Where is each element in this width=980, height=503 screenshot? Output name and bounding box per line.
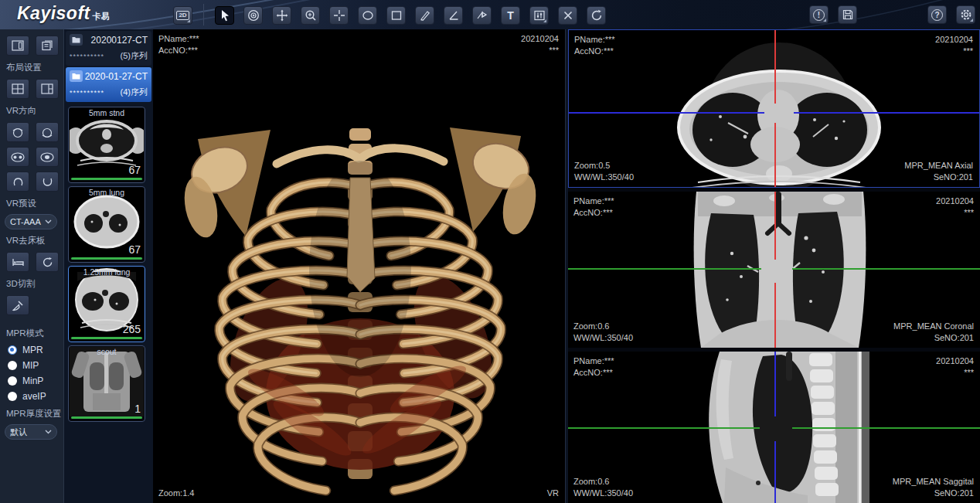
vr-preset-label: VR预设 xyxy=(0,194,63,212)
vr-patient-overlay: PName:*** AccNO:*** xyxy=(158,33,199,56)
layout-split-button[interactable] xyxy=(36,79,59,99)
mpr-mode-option-aveip[interactable]: aveIP xyxy=(0,389,63,404)
vr-bed-removal-label: VR去床板 xyxy=(0,231,63,250)
pan-icon xyxy=(276,9,288,22)
viewport-coronal[interactable]: PName:*** AccNO:*** 20210204 *** Zoom:0.… xyxy=(568,192,980,348)
window-level-button[interactable] xyxy=(529,6,549,25)
series-load-progress xyxy=(71,337,142,339)
axial-patient-overlay: PName:*** AccNO:*** xyxy=(574,34,615,57)
vr-inferior-button[interactable] xyxy=(36,172,59,192)
head-anterior-icon xyxy=(12,127,24,138)
cursor-button[interactable] xyxy=(215,6,234,25)
rect-roi-button[interactable] xyxy=(386,6,406,25)
sagittal-crosshair-vertical[interactable] xyxy=(774,441,776,503)
axial-type-overlay: MPR_MEAN Axial SeNO:201 xyxy=(904,160,973,183)
vr-right-button[interactable] xyxy=(36,147,59,167)
thumbnail-image xyxy=(70,347,144,416)
coronal-crosshair-horizontal[interactable] xyxy=(568,268,761,270)
settings-button[interactable] xyxy=(956,5,975,24)
vr-superior-button[interactable] xyxy=(6,172,29,192)
mpr-thickness-value: 默认 xyxy=(10,427,27,438)
thumbnail-5mm-stnd[interactable]: 5mm stnd 67 xyxy=(68,107,145,183)
export-save-button[interactable] xyxy=(838,5,857,24)
sagittal-type-overlay: MPR_MEAN Saggital SeNO:201 xyxy=(893,476,974,499)
stack-scroll-button[interactable] xyxy=(243,6,263,25)
layout-report-button[interactable] xyxy=(36,36,59,56)
vr-study-overlay: 20210204 *** xyxy=(521,33,559,56)
study-item-2-selected[interactable]: 2020-01-27-CT ********** (4)序列 xyxy=(66,67,151,102)
ellipse-icon xyxy=(362,9,374,22)
cut-3d-label: 3D切割 xyxy=(0,274,63,293)
delete-annotation-button[interactable] xyxy=(558,6,577,25)
coronal-crosshair-vertical[interactable] xyxy=(774,283,776,348)
scalpel-button[interactable] xyxy=(6,295,29,315)
zoom-button[interactable] xyxy=(301,6,320,25)
cobb-angle-button[interactable] xyxy=(472,6,492,25)
info-button[interactable]: ! xyxy=(809,5,829,24)
axial-crosshair-horizontal[interactable] xyxy=(569,112,764,114)
vr-type-overlay: VR xyxy=(547,488,559,499)
vr-zoom-overlay: Zoom:1.4 xyxy=(158,488,194,499)
thumbnail-scout[interactable]: scout 1 xyxy=(68,345,145,422)
pan-button[interactable] xyxy=(272,6,291,25)
vr-direction-label: VR方向 xyxy=(0,101,63,120)
save-icon xyxy=(842,8,854,21)
series-load-progress xyxy=(71,416,142,419)
angle-measure-button[interactable] xyxy=(444,6,463,25)
sagittal-crosshair-horizontal[interactable] xyxy=(792,427,980,429)
mpr-mode-label: MPR模式 xyxy=(0,324,63,342)
cobb-angle-icon xyxy=(476,9,488,22)
mpr-thickness-select[interactable]: 默认 xyxy=(5,424,57,440)
text-annotation-button[interactable]: T xyxy=(501,6,520,25)
delete-x-icon xyxy=(562,9,574,22)
remove-bed-button[interactable] xyxy=(6,252,29,272)
rectangle-icon xyxy=(390,9,403,22)
head-inferior-icon xyxy=(42,176,53,188)
vr-left-button[interactable] xyxy=(6,147,29,167)
text-tool-icon: T xyxy=(507,10,514,21)
axial-crosshair-vertical[interactable] xyxy=(774,123,776,187)
viewport-vr[interactable]: PName:*** AccNO:*** 20210204 *** Zoom:1.… xyxy=(153,29,565,503)
cursor-icon xyxy=(219,9,231,22)
thumbnail-1-25mm-lung-selected[interactable]: 1.25mm lung 265 xyxy=(68,266,145,342)
series-load-progress xyxy=(71,178,142,180)
restore-bed-button[interactable] xyxy=(36,252,59,272)
viewport-axial[interactable]: PName:*** AccNO:*** 20210204 *** Zoom:0.… xyxy=(568,29,980,188)
coronal-crosshair-horizontal[interactable] xyxy=(792,268,980,270)
view-2d-button[interactable]: 2D xyxy=(173,6,192,25)
restore-icon xyxy=(42,257,53,268)
layout-grid-button[interactable] xyxy=(6,79,29,99)
mpr-mode-option-mip[interactable]: MIP xyxy=(0,358,63,373)
coronal-crosshair-vertical[interactable] xyxy=(774,192,776,260)
ellipse-roi-button[interactable] xyxy=(358,6,377,25)
vr-preset-select[interactable]: CT-AAA xyxy=(5,214,57,229)
axial-crosshair-vertical[interactable] xyxy=(774,30,776,104)
vr-rendering xyxy=(153,29,565,503)
vr-anterior-button[interactable] xyxy=(6,122,29,142)
viewport-sagittal[interactable]: PName:*** AccNO:*** 20210204 *** Zoom:0.… xyxy=(568,352,980,503)
layout-split-icon xyxy=(41,83,53,94)
mpr-mode-option-minp[interactable]: MinP xyxy=(0,373,63,389)
coronal-patient-overlay: PName:*** AccNO:*** xyxy=(573,195,614,219)
chevron-down-icon xyxy=(45,219,52,224)
sagittal-crosshair-horizontal[interactable] xyxy=(568,427,760,429)
head-posterior-icon xyxy=(41,127,53,138)
study-item-1[interactable]: 20200127-CT ********** (5)序列 xyxy=(66,31,151,66)
help-button[interactable]: ? xyxy=(927,5,947,24)
axial-crosshair-horizontal[interactable] xyxy=(794,112,979,114)
layout-single-icon xyxy=(12,40,24,51)
crosshair-button[interactable] xyxy=(329,6,349,25)
vr-posterior-button[interactable] xyxy=(36,122,59,142)
sagittal-study-overlay: 20210204 *** xyxy=(936,355,974,379)
thumbnail-5mm-lung[interactable]: 5mm lung 67 xyxy=(68,186,145,263)
pencil-measure-button[interactable] xyxy=(415,6,434,25)
reset-view-button[interactable] xyxy=(587,6,606,25)
main-toolbar: 2D xyxy=(173,5,606,25)
sagittal-crosshair-vertical[interactable] xyxy=(774,352,776,416)
folder-icon xyxy=(70,34,83,46)
stack-scroll-icon xyxy=(247,9,260,22)
layout-single-button[interactable] xyxy=(6,36,29,56)
axial-study-overlay: 20210204 *** xyxy=(935,34,973,57)
series-load-progress xyxy=(71,257,142,260)
mpr-mode-option-mpr[interactable]: MPR xyxy=(0,342,63,358)
